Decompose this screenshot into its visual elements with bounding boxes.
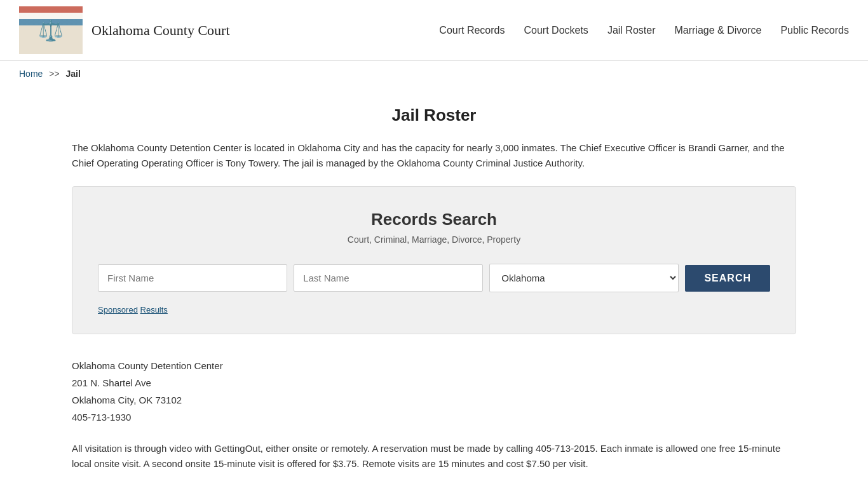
breadcrumb: Home >> Jail bbox=[0, 61, 868, 86]
main-nav: Court Records Court Dockets Jail Roster … bbox=[439, 25, 849, 36]
intro-paragraph: The Oklahoma County Detention Center is … bbox=[72, 140, 796, 171]
sponsored-text: Sponsored bbox=[98, 305, 138, 315]
nav-marriage-divorce[interactable]: Marriage & Divorce bbox=[674, 25, 761, 36]
search-fields: Oklahoma SEARCH bbox=[98, 264, 770, 292]
visitation-paragraph: All visitation is through video with Get… bbox=[72, 441, 796, 471]
site-header: ⚖️ Oklahoma County Court Court Records C… bbox=[0, 0, 868, 61]
nav-court-dockets[interactable]: Court Dockets bbox=[524, 25, 588, 36]
main-content: Jail Roster The Oklahoma County Detentio… bbox=[53, 86, 815, 488]
facility-name: Oklahoma County Detention Center bbox=[72, 357, 796, 374]
search-box: Records Search Court, Criminal, Marriage… bbox=[72, 186, 796, 334]
gavel-icon: ⚖️ bbox=[38, 18, 64, 43]
nav-court-records[interactable]: Court Records bbox=[439, 25, 505, 36]
site-logo: ⚖️ bbox=[19, 6, 83, 54]
first-name-input[interactable] bbox=[98, 264, 287, 292]
page-title: Jail Roster bbox=[72, 105, 796, 125]
breadcrumb-home[interactable]: Home bbox=[19, 69, 43, 79]
site-title: Oklahoma County Court bbox=[92, 22, 230, 39]
search-box-subtitle: Court, Criminal, Marriage, Divorce, Prop… bbox=[98, 234, 770, 245]
phone-number: 405-713-1930 bbox=[72, 409, 796, 426]
header-left: ⚖️ Oklahoma County Court bbox=[19, 6, 230, 54]
nav-jail-roster[interactable]: Jail Roster bbox=[607, 25, 656, 36]
last-name-input[interactable] bbox=[294, 264, 483, 292]
results-link[interactable]: Results bbox=[140, 305, 168, 315]
breadcrumb-current: Jail bbox=[66, 69, 81, 79]
street-address: 201 N. Shartel Ave bbox=[72, 374, 796, 391]
address-section: Oklahoma County Detention Center 201 N. … bbox=[72, 357, 796, 426]
search-box-title: Records Search bbox=[98, 210, 770, 229]
search-button[interactable]: SEARCH bbox=[685, 265, 770, 292]
city-state-zip: Oklahoma City, OK 73102 bbox=[72, 391, 796, 409]
state-select[interactable]: Oklahoma bbox=[489, 264, 679, 292]
nav-public-records[interactable]: Public Records bbox=[780, 25, 849, 36]
breadcrumb-separator: >> bbox=[49, 69, 59, 79]
sponsored-label: Sponsored Results bbox=[98, 305, 770, 315]
